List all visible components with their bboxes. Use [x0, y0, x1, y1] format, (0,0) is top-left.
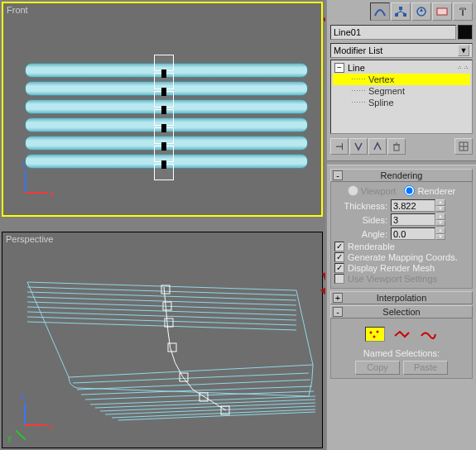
modify-tab-icon[interactable] — [370, 2, 390, 21]
sides-spinner[interactable]: ▲▼ — [435, 213, 445, 226]
svg-point-15 — [370, 332, 373, 334]
sides-label: Sides: — [334, 215, 387, 225]
command-panel: Modifier List ▼ − Line ∴ ∴ Vertex Segmen… — [325, 0, 476, 450]
renderable-checkbox[interactable]: ✓ — [334, 242, 344, 251]
modifier-stack[interactable]: − Line ∴ ∴ Vertex Segment Spline — [330, 60, 473, 134]
angle-spinner[interactable]: ▲▼ — [435, 227, 445, 240]
sides-input[interactable] — [391, 213, 435, 226]
renderable-label: Renderable — [348, 242, 395, 251]
stack-sub-vertex[interactable]: Vertex — [333, 74, 470, 85]
rollout-rendering-header[interactable]: - Rendering — [330, 169, 473, 182]
bench-perspective — [19, 266, 317, 439]
copy-button[interactable]: Copy — [355, 361, 400, 375]
rollout-interpolation-header[interactable]: + Interpolation — [330, 291, 473, 304]
stack-root-label: Line — [348, 63, 365, 73]
display-tab-icon[interactable] — [432, 2, 452, 21]
utilities-tab-icon[interactable] — [453, 2, 473, 21]
mapping-coords-label: Generate Mapping Coords. — [348, 252, 458, 262]
rollout-rendering-body: Viewport Renderer Thickness: ▲▼ Sides: ▲… — [330, 182, 473, 289]
svg-point-17 — [373, 336, 376, 338]
axis-gizmo: z x — [10, 167, 51, 208]
named-selections-label: Named Selections: — [334, 348, 469, 358]
modifier-list-label: Modifier List — [334, 45, 382, 55]
svg-rect-12 — [460, 7, 465, 10]
radio-viewport[interactable]: Viewport — [348, 185, 397, 196]
display-mesh-label: Display Render Mesh — [348, 263, 435, 273]
command-panel-tabs — [327, 0, 476, 23]
svg-rect-11 — [437, 8, 447, 15]
rollout-plus-icon: + — [333, 293, 343, 303]
spline-subobj-icon[interactable] — [418, 327, 438, 342]
hierarchy-tab-icon[interactable] — [391, 2, 411, 21]
segment-subobj-icon[interactable] — [392, 327, 411, 342]
thickness-spinner[interactable]: ▲▼ — [435, 199, 445, 212]
thickness-label: Thickness: — [334, 201, 387, 211]
viewport-front[interactable]: Front z x — [2, 2, 323, 217]
paste-button[interactable]: Paste — [403, 361, 448, 375]
spline-gizmo[interactable] — [154, 55, 174, 177]
motion-tab-icon[interactable] — [411, 2, 431, 21]
stack-sub-segment[interactable]: Segment — [333, 85, 470, 97]
object-name-input[interactable] — [330, 25, 456, 40]
svg-rect-2 — [165, 318, 173, 327]
show-end-result-icon[interactable] — [349, 138, 368, 155]
rollout-selection-title: Selection — [331, 307, 472, 317]
stack-sub-spline[interactable]: Spline — [333, 97, 470, 108]
svg-rect-9 — [403, 13, 406, 17]
use-viewport-checkbox[interactable] — [334, 274, 344, 284]
object-color-swatch[interactable] — [458, 25, 473, 40]
use-viewport-label: Use Viewport Settings — [348, 274, 437, 284]
svg-rect-8 — [395, 13, 398, 17]
svg-rect-13 — [394, 145, 399, 151]
viewport-label-front: Front — [7, 5, 28, 15]
remove-modifier-icon[interactable] — [387, 138, 406, 155]
rollout-selection-body: Named Selections: Copy Paste — [330, 318, 473, 379]
rollout-rendering-title: Rendering — [331, 170, 472, 180]
viewport-perspective[interactable]: Perspective — [2, 232, 323, 448]
rollout-minus-icon-2: - — [333, 307, 343, 317]
collapse-icon[interactable]: − — [334, 63, 344, 73]
modifier-list-dropdown[interactable]: Modifier List ▼ — [330, 43, 473, 58]
axis-gizmo-persp: z x y — [9, 400, 50, 441]
make-unique-icon[interactable] — [368, 138, 387, 155]
rollout-selection-header[interactable]: - Selection — [330, 305, 473, 318]
configure-sets-icon[interactable] — [454, 138, 473, 155]
vertex-subobj-icon[interactable] — [365, 327, 385, 342]
viewport-label-perspective: Perspective — [6, 234, 53, 244]
display-mesh-checkbox[interactable]: ✓ — [334, 263, 344, 273]
pin-stack-icon[interactable]: ⊣ — [330, 138, 349, 155]
angle-label: Angle: — [334, 229, 387, 239]
mapping-coords-checkbox[interactable]: ✓ — [334, 252, 344, 262]
stack-root[interactable]: − Line ∴ ∴ — [333, 62, 470, 74]
radio-renderer[interactable]: Renderer — [404, 185, 455, 196]
angle-input[interactable] — [391, 227, 435, 240]
rollout-minus-icon: - — [333, 170, 343, 180]
svg-rect-7 — [399, 7, 402, 10]
svg-point-16 — [377, 331, 379, 333]
dropdown-arrow-icon: ▼ — [458, 45, 469, 56]
thickness-input[interactable] — [391, 199, 435, 212]
rollout-interpolation-title: Interpolation — [331, 293, 472, 303]
stack-toolbar: ⊣ — [327, 136, 476, 157]
